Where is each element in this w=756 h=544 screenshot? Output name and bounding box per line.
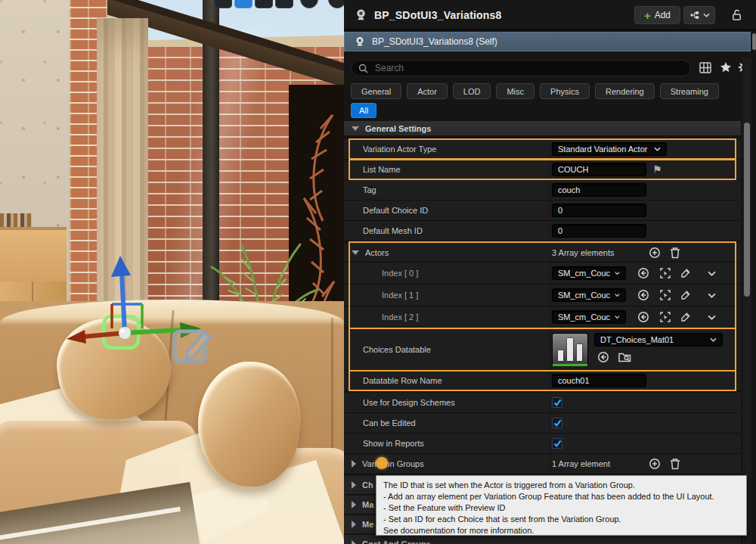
pick-actor-icon[interactable]	[659, 289, 671, 301]
blueprint-options-button[interactable]	[683, 6, 715, 24]
details-scrollbar-thumb[interactable]	[744, 123, 750, 297]
app-window: BP_SDotUI3_Variations8 + Add	[0, 0, 756, 544]
gizmo-z-arrowhead	[111, 256, 131, 277]
level-viewport[interactable]	[0, 0, 344, 544]
filter-rendering[interactable]: Rendering	[595, 83, 655, 99]
node-hierarchy-icon	[689, 10, 700, 20]
eyedropper-icon[interactable]	[680, 290, 691, 301]
actor-asset-dropdown[interactable]: SM_cm_Couc	[552, 310, 626, 324]
expand-arrow-icon	[352, 481, 356, 489]
rotate-tool-button[interactable]	[255, 0, 273, 8]
filter-physics[interactable]: Physics	[540, 83, 590, 99]
filter-general[interactable]: General	[351, 83, 401, 99]
component-tree-scrollbar[interactable]	[752, 33, 756, 50]
actor-asset-dropdown[interactable]: SM_cm_Couc	[552, 288, 626, 302]
search-icon	[358, 64, 368, 73]
select-tool-button[interactable]	[214, 0, 232, 8]
collapse-arrow-icon[interactable]	[352, 250, 359, 255]
filter-actor[interactable]: Actor	[407, 83, 448, 99]
delete-elements-icon[interactable]	[670, 247, 680, 259]
property-row-tag: Tag couch ↶	[344, 180, 741, 201]
filter-misc[interactable]: Misc	[496, 83, 534, 99]
chevron-down-icon[interactable]	[708, 315, 716, 320]
add-component-button[interactable]: + Add	[634, 6, 680, 24]
expand-arrow-icon	[352, 501, 356, 508]
datatable-thumbnail[interactable]	[552, 333, 588, 366]
favorites-button[interactable]	[720, 61, 732, 73]
collapse-arrow-icon	[352, 126, 359, 131]
property-row-list-name: List Name COUCH ⚑ ↶	[344, 160, 741, 180]
pick-actor-icon[interactable]	[659, 267, 671, 279]
property-row-can-be-edited: Can be Edited	[344, 413, 741, 434]
property-row-datatable-row-name: Datatable Row Name couch01 ↶	[344, 371, 741, 391]
expand-arrow-icon[interactable]	[352, 460, 356, 468]
search-box[interactable]	[351, 60, 691, 76]
gizmo-center-sphere	[119, 327, 131, 339]
flag-icon[interactable]: ⚑	[652, 163, 662, 176]
filter-lod[interactable]: LOD	[453, 83, 491, 99]
details-panel: BP_SDotUI3_Variations8 + Add	[344, 0, 756, 544]
selected-actor-title: BP_SDotUI3_Variations8	[374, 9, 502, 21]
property-row-actors: Actors 3 Array elements ↶	[344, 243, 741, 263]
delete-elements-icon[interactable]	[670, 458, 680, 470]
plus-icon: +	[644, 10, 651, 21]
property-row-actors-index-2: Index [ 2 ] SM_cm_Couc ↶	[344, 306, 741, 328]
default-choice-id-input[interactable]: 0	[552, 204, 646, 217]
show-in-reports-checkbox[interactable]	[552, 438, 562, 449]
array-count-label: 1 Array element	[552, 459, 610, 468]
gizmo-z-axis	[122, 272, 125, 333]
variation-actor-type-dropdown[interactable]: Standard Variation Actor	[552, 142, 667, 156]
unlocked-padlock-icon	[731, 8, 742, 21]
scale-tool-button[interactable]	[275, 0, 293, 8]
display-options-button[interactable]	[699, 62, 711, 73]
array-count-label: 3 Array elements	[552, 248, 615, 257]
property-row-actors-index-0: Index [ 0 ] SM_cm_Couc ↶	[344, 263, 741, 284]
eyedropper-icon[interactable]	[680, 268, 691, 279]
actor-asset-dropdown[interactable]: SM_cm_Couc	[552, 266, 626, 280]
chevron-down-icon[interactable]	[708, 271, 716, 276]
edit-sprite-icon[interactable]	[171, 316, 213, 366]
property-row-use-for-design-schemes: Use for Design Schemes	[344, 393, 741, 413]
filter-all[interactable]: All	[351, 103, 376, 118]
move-tool-button[interactable]	[234, 0, 253, 8]
use-selected-asset-icon[interactable]	[597, 351, 609, 363]
default-mesh-id-input[interactable]: 0	[552, 224, 646, 238]
use-selected-asset-icon[interactable]	[637, 267, 649, 279]
search-row	[344, 56, 756, 80]
can-be-edited-checkbox[interactable]	[552, 418, 562, 428]
property-row-default-mesh-id: Default Mesh ID 0	[344, 221, 741, 241]
check-icon	[553, 440, 562, 447]
use-selected-asset-icon[interactable]	[637, 311, 649, 323]
use-for-design-schemes-checkbox[interactable]	[552, 397, 562, 408]
tag-input[interactable]: couch	[552, 183, 646, 197]
expand-arrow-icon	[352, 540, 356, 544]
property-row-variation-actor-type: Variation Actor Type Standard Variation …	[344, 139, 741, 160]
check-icon	[553, 419, 562, 427]
lock-button[interactable]	[731, 8, 742, 21]
search-input[interactable]	[373, 62, 661, 74]
property-tooltip: The ID that is set when the Actor is tri…	[376, 475, 747, 536]
datatable-row-name-input[interactable]: couch01	[552, 374, 646, 387]
use-selected-asset-icon[interactable]	[637, 289, 649, 301]
filter-streaming[interactable]: Streaming	[660, 83, 719, 99]
eyedropper-icon[interactable]	[680, 312, 691, 323]
chevron-down-icon[interactable]	[708, 293, 716, 298]
add-element-icon[interactable]	[649, 458, 661, 470]
star-icon	[720, 61, 732, 73]
pick-actor-icon[interactable]	[659, 311, 671, 323]
chevron-down-icon	[654, 147, 661, 151]
column-view-icon	[699, 62, 711, 73]
details-header: BP_SDotUI3_Variations8 + Add	[344, 0, 756, 30]
category-general-settings[interactable]: General Settings	[344, 121, 741, 136]
choices-datatable-dropdown[interactable]: DT_Choices_Mat01	[594, 333, 723, 347]
browse-to-asset-icon[interactable]	[618, 351, 631, 363]
property-row-actors-index-1: Index [ 1 ] SM_cm_Couc ↶	[344, 284, 741, 306]
actor-icon	[354, 8, 368, 22]
add-element-icon[interactable]	[649, 247, 661, 259]
add-button-label: Add	[655, 10, 671, 20]
list-name-input[interactable]: COUCH	[552, 163, 646, 176]
component-tree-row-self[interactable]: BP_SDotUI3_Variations8 (Self)	[344, 32, 751, 51]
check-icon	[553, 399, 562, 406]
scene-couch-seam	[331, 318, 333, 454]
component-row-label: BP_SDotUI3_Variations8 (Self)	[372, 36, 497, 47]
